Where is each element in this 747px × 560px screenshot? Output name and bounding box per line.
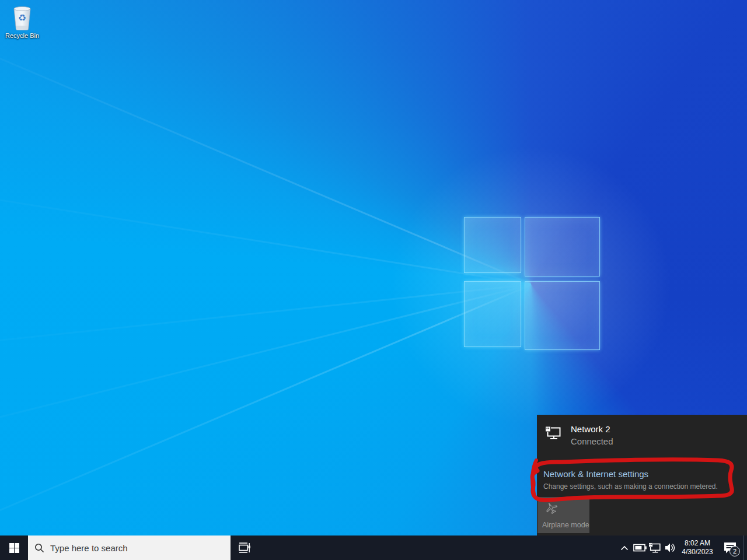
taskbar-clock[interactable]: 8:02 AM 4/30/2023 — [678, 536, 717, 560]
task-view-button[interactable] — [231, 536, 257, 560]
connected-network-entry[interactable]: Network 2 Connected — [545, 424, 613, 446]
taskbar: 8:02 AM 4/30/2023 2 — [0, 536, 747, 560]
volume-tray-button[interactable] — [662, 536, 678, 560]
recycle-bin-icon: ♻ — [11, 4, 33, 31]
clock-time: 8:02 AM — [685, 539, 710, 548]
start-button[interactable] — [0, 536, 28, 560]
airplane-mode-tile[interactable]: Airplane mode — [537, 497, 589, 533]
svg-text:♻: ♻ — [18, 12, 26, 23]
chevron-up-icon — [620, 545, 629, 551]
task-view-icon — [237, 541, 251, 555]
logo-pane — [525, 217, 600, 276]
show-desktop-button[interactable] — [743, 536, 747, 560]
clock-date: 4/30/2023 — [682, 548, 713, 556]
search-input[interactable] — [50, 543, 224, 553]
system-tray: 8:02 AM 4/30/2023 2 — [617, 536, 747, 560]
airplane-mode-label: Airplane mode — [542, 521, 589, 529]
battery-icon — [633, 544, 647, 552]
recycle-bin-label: Recycle Bin — [5, 32, 39, 39]
settings-link-description: Change settings, such as making a connec… — [543, 482, 718, 491]
windows-logo-icon — [9, 543, 19, 553]
network-flyout: Network 2 Connected Network & Internet s… — [537, 415, 747, 536]
network-name: Network 2 — [571, 424, 613, 434]
search-icon — [34, 543, 44, 553]
logo-pane — [464, 217, 521, 273]
battery-tray-button[interactable] — [632, 536, 647, 560]
airplane-icon — [542, 499, 561, 517]
logo-pane — [525, 281, 600, 350]
network-entry-text: Network 2 Connected — [571, 424, 613, 446]
recycle-bin-shortcut[interactable]: ♻ Recycle Bin — [4, 4, 41, 39]
network-status: Connected — [571, 436, 613, 446]
volume-icon — [664, 542, 676, 553]
action-center-button[interactable]: 2 — [717, 536, 743, 560]
desktop: ♻ Recycle Bin Network 2 Connected Networ… — [0, 0, 747, 560]
ethernet-icon — [545, 425, 561, 440]
logo-pane — [464, 281, 521, 347]
show-hidden-icons-button[interactable] — [617, 536, 632, 560]
windows-wallpaper-logo — [464, 217, 600, 350]
ethernet-icon — [648, 542, 661, 554]
network-internet-settings-link[interactable]: Network & Internet settings — [543, 469, 648, 479]
taskbar-search[interactable] — [28, 536, 231, 560]
notification-badge: 2 — [729, 546, 740, 556]
network-tray-button[interactable] — [647, 536, 662, 560]
